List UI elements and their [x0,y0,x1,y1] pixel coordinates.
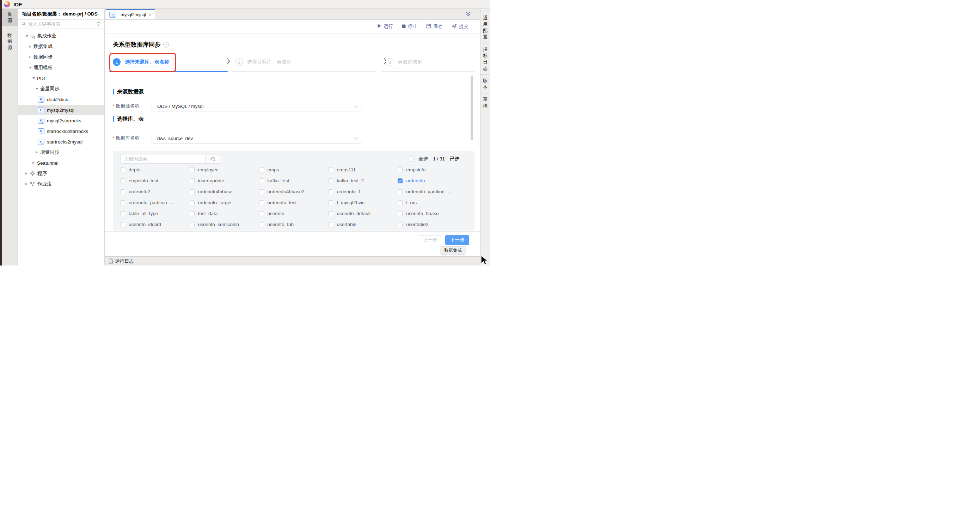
checkbox[interactable] [398,189,402,194]
table-option-usertable[interactable]: usertable [328,219,398,230]
checkbox[interactable] [259,167,264,172]
right-rail-tab-草稿[interactable]: 草稿 [480,93,490,112]
checkbox[interactable] [398,179,402,183]
tree-item-数据同步[interactable]: 数据同步 [18,52,104,62]
tree-item-mysql2starrocks[interactable]: Pmysql2starrocks [18,115,104,126]
table-option-userinfo_hbase[interactable]: userinfo_hbase [398,208,467,219]
tree-item-PDI[interactable]: PDI [18,73,104,84]
table-option-test_data[interactable]: test_data [190,208,259,219]
checkbox[interactable] [120,167,125,172]
right-rail-tab-指标日志[interactable]: 指标日志 [480,43,490,74]
caret-down-icon[interactable] [36,88,40,90]
checkbox[interactable] [190,179,194,183]
checkbox[interactable] [259,200,264,205]
checkbox[interactable] [120,179,125,183]
close-icon[interactable]: × [149,12,151,17]
table-option-t_orc[interactable]: t_orc [398,197,467,208]
checkbox[interactable] [120,211,125,216]
table-option-orderinfo2[interactable]: orderinfo2 [120,186,190,197]
checkbox[interactable] [328,200,333,205]
table-option-t_mysql2hvie[interactable]: t_mysql2hvie [328,197,398,208]
tree-item-数据集成[interactable]: 数据集成 [18,41,104,52]
tree-item-通用模板[interactable]: 通用模板 [18,62,104,73]
table-option-userinfo_idcard[interactable]: userinfo_idcard [120,219,190,230]
caret-right-icon[interactable] [36,151,40,154]
table-search-input[interactable]: 关键词搜索 [120,154,205,164]
table-option-empsinfo[interactable]: empsinfo [398,164,467,175]
table-search-button[interactable] [205,154,221,164]
table-option-emps[interactable]: emps [259,164,329,175]
table-option-userinfo_semicolon[interactable]: userinfo_semicolon [190,219,259,230]
table-option-orderinfo[interactable]: orderinfo [398,175,467,186]
collapse-double-chevron-icon[interactable] [466,12,471,18]
checkbox[interactable] [190,222,194,227]
checkbox[interactable] [328,167,333,172]
checkbox[interactable] [120,222,125,227]
停止-button[interactable]: 停止 [402,23,417,30]
checkbox[interactable] [398,200,402,205]
table-option-kafka_test_2[interactable]: kafka_test_2 [328,175,398,186]
database-select[interactable]: dws_source_dev [151,133,363,144]
checkbox[interactable] [328,189,333,194]
table-option-employee[interactable]: employee [190,164,259,175]
table-option-userinfo_default[interactable]: userinfo_default [328,208,398,219]
table-option-orderinfo_partition_…[interactable]: orderinfo_partition_… [398,186,467,197]
checkbox[interactable] [259,179,264,183]
tree-item-startrocks2mysql[interactable]: Pstartrocks2mysql [18,136,104,147]
checkbox[interactable] [259,189,264,194]
checkbox[interactable] [398,167,402,172]
table-option-userinfo_tab[interactable]: userinfo_tab [259,219,329,230]
wizard-step-3[interactable]: 3表名称映射 [382,54,474,72]
tree-item-全量同步[interactable]: 全量同步 [18,84,104,94]
table-option-orderinfo4hbase2[interactable]: orderinfo4hbase2 [259,186,329,197]
table-option-table_all_type[interactable]: table_all_type [120,208,190,219]
caret-right-icon[interactable] [32,161,37,164]
select-all-checkbox[interactable] [409,156,414,161]
tree-item-click2click[interactable]: Pclick2click [18,94,104,105]
run-log-bar[interactable]: LOG 运行日志 [105,256,480,266]
checkbox[interactable] [328,222,333,227]
table-option-userinfo[interactable]: userinfo [259,208,329,219]
right-rail-tab-通用配置[interactable]: 通用配置 [480,12,490,43]
提交-button[interactable]: 提交 [452,23,468,30]
table-option-orderinfo_1[interactable]: orderinfo_1 [328,186,398,197]
tab-mysql2mysql[interactable]: P mysql2mysql × [106,9,155,19]
tree-item-增量同步[interactable]: 增量同步 [18,147,104,158]
left-rail-tab-数据源[interactable]: 数据源 [2,30,18,53]
help-icon[interactable]: ? [163,42,169,48]
tree-item-mysql2mysql[interactable]: Pmysql2mysql [18,105,104,115]
table-option-depts[interactable]: depts [120,164,190,175]
checkbox[interactable] [328,211,333,216]
checkbox[interactable] [190,200,194,205]
left-rail-tab-资源[interactable]: 资源 [2,9,18,26]
caret-down-icon[interactable] [29,67,33,69]
checkbox[interactable] [120,189,125,194]
运行-button[interactable]: 运行 [377,23,393,30]
next-step-button[interactable]: 下一步 [445,235,469,245]
caret-down-icon[interactable] [25,35,30,37]
table-option-orderinfo_test[interactable]: orderinfo_test [259,197,329,208]
checkbox[interactable] [398,222,402,227]
checkbox[interactable] [398,211,402,216]
caret-right-icon[interactable] [29,45,33,48]
locate-icon[interactable] [96,22,101,27]
checkbox[interactable] [120,200,125,205]
checkbox[interactable] [328,179,333,183]
checkbox[interactable] [190,167,194,172]
table-option-orderinfo_target[interactable]: orderinfo_target [190,197,259,208]
prev-step-button[interactable]: 上一步 [418,235,442,245]
checkbox[interactable] [259,211,264,216]
table-option-orderinfo4hbase[interactable]: orderinfo4hbase [190,186,259,197]
datasource-select[interactable]: ODS / MySQL / mysql [151,101,363,112]
checkbox[interactable] [190,211,194,216]
caret-right-icon[interactable] [25,183,30,185]
checkbox[interactable] [190,189,194,194]
wizard-step-2[interactable]: 2选择目标库、表名称 [232,54,376,72]
table-option-emps111[interactable]: emps111 [328,164,398,175]
保存-button[interactable]: 保存 [426,23,443,30]
tree-item-集成作业[interactable]: 集成作业 [18,31,104,41]
table-option-insertupdate[interactable]: insertupdate [190,175,259,186]
right-rail-tab-版本[interactable]: 版本 [480,74,490,93]
table-option-kafka_test[interactable]: kafka_test [259,175,329,186]
tree-item-starrocks2starrocks[interactable]: Pstarrocks2starrocks [18,126,104,136]
